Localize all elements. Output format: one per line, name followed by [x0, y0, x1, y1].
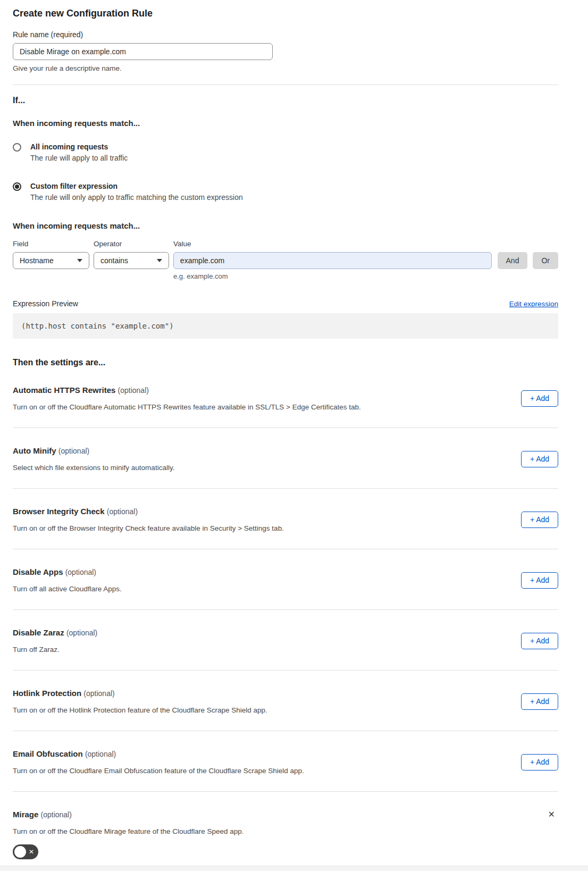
setting-title: Auto Minify (optional)	[13, 446, 174, 456]
section-divider	[13, 85, 558, 85]
setting-row-automatic-https-rewrites: Automatic HTTPS Rewrites (optional) Turn…	[13, 367, 558, 428]
optional-label: (optional)	[83, 689, 114, 698]
optional-label: (optional)	[118, 386, 149, 395]
radio-button-selected[interactable]	[13, 182, 21, 191]
radio-label: Custom filter expression	[30, 182, 243, 191]
expression-preview-label: Expression Preview	[13, 299, 78, 308]
operator-select-value: contains	[100, 256, 128, 265]
mirage-toggle[interactable]: ✕	[13, 844, 38, 859]
setting-row-mirage: Mirage (optional) ✕ Turn on or off the C…	[13, 792, 558, 859]
chevron-down-icon	[157, 259, 162, 262]
setting-row-auto-minify: Auto Minify (optional) Select which file…	[13, 428, 558, 489]
then-settings-heading: Then the settings are...	[13, 358, 558, 367]
rule-name-input[interactable]	[13, 43, 273, 60]
expression-preview-header: Expression Preview Edit expression	[13, 299, 558, 308]
radio-label: All incoming requests	[30, 143, 128, 152]
field-select-value: Hostname	[20, 256, 54, 265]
rule-name-label: Rule name (required)	[13, 30, 558, 39]
expression-preview-code: (http.host contains "example.com")	[13, 313, 558, 339]
edit-expression-link[interactable]: Edit expression	[509, 300, 558, 308]
setting-title: Hotlink Protection (optional)	[13, 688, 267, 699]
add-hotlink-protection-button[interactable]: + Add	[521, 693, 558, 710]
setting-title: Mirage (optional)	[13, 809, 72, 820]
toggle-off-x-icon: ✕	[29, 849, 34, 855]
radio-description: The rule will apply to all traffic	[30, 154, 128, 163]
setting-description: Turn on or off the Cloudflare Email Obfu…	[13, 766, 304, 775]
radio-option-custom-filter-expression: Custom filter expression The rule will o…	[13, 182, 558, 202]
setting-description: Turn on or off the Hotlink Protection fe…	[13, 706, 267, 715]
setting-title: Email Obfuscation (optional)	[13, 749, 304, 759]
setting-title: Automatic HTTPS Rewrites (optional)	[13, 385, 361, 396]
setting-row-browser-integrity-check: Browser Integrity Check (optional) Turn …	[13, 489, 558, 549]
setting-title: Disable Apps (optional)	[13, 567, 122, 577]
optional-label: (optional)	[65, 568, 96, 576]
field-label: Field	[13, 240, 94, 248]
setting-row-disable-apps: Disable Apps (optional) Turn off all act…	[13, 549, 558, 610]
chevron-down-icon	[77, 259, 82, 262]
add-disable-zaraz-button[interactable]: + Add	[521, 633, 558, 649]
add-auto-minify-button[interactable]: + Add	[521, 451, 558, 467]
operator-label: Operator	[94, 240, 173, 248]
radio-option-all-incoming-requests: All incoming requests The rule will appl…	[13, 143, 558, 163]
setting-row-disable-zaraz: Disable Zaraz (optional) Turn off Zaraz.…	[13, 610, 558, 671]
toggle-knob	[14, 846, 26, 858]
setting-description: Turn on or off the Cloudflare Mirage fea…	[13, 827, 558, 836]
close-icon[interactable]: ✕	[546, 809, 557, 820]
add-automatic-https-rewrites-button[interactable]: + Add	[521, 390, 558, 407]
setting-description: Select which file extensions to minify a…	[13, 463, 174, 472]
add-disable-apps-button[interactable]: + Add	[521, 572, 558, 589]
radio-button-unselected[interactable]	[13, 143, 21, 152]
field-select[interactable]: Hostname	[13, 252, 89, 269]
optional-label: (optional)	[41, 810, 72, 819]
operator-select[interactable]: contains	[94, 252, 169, 269]
rule-name-helper: Give your rule a descriptive name.	[13, 64, 558, 72]
setting-row-email-obfuscation: Email Obfuscation (optional) Turn on or …	[13, 731, 558, 792]
page-bottom-edge	[0, 866, 588, 871]
setting-title: Disable Zaraz (optional)	[13, 627, 97, 638]
setting-title: Browser Integrity Check (optional)	[13, 506, 284, 517]
expression-builder-row: Hostname contains And Or	[13, 252, 558, 269]
and-button[interactable]: And	[498, 252, 528, 269]
optional-label: (optional)	[85, 750, 116, 758]
setting-description: Turn off all active Cloudflare Apps.	[13, 584, 122, 593]
or-button[interactable]: Or	[533, 252, 558, 269]
if-heading: If...	[13, 96, 558, 105]
add-browser-integrity-check-button[interactable]: + Add	[521, 512, 558, 528]
add-email-obfuscation-button[interactable]: + Add	[521, 754, 558, 770]
page-title: Create new Configuration Rule	[13, 0, 558, 20]
optional-label: (optional)	[107, 507, 138, 516]
radio-description: The rule will only apply to traffic matc…	[30, 193, 243, 202]
when-match-heading: When incoming requests match...	[13, 119, 558, 128]
value-helper: e.g. example.com	[173, 272, 558, 280]
setting-description: Turn off Zaraz.	[13, 645, 97, 654]
optional-label: (optional)	[66, 629, 97, 637]
value-input[interactable]	[173, 252, 492, 269]
expression-builder-labels: Field Operator Value	[13, 240, 558, 248]
value-label: Value	[173, 240, 558, 248]
setting-description: Turn on or off the Cloudflare Automatic …	[13, 403, 361, 412]
setting-row-hotlink-protection: Hotlink Protection (optional) Turn on or…	[13, 671, 558, 731]
optional-label: (optional)	[58, 447, 89, 455]
setting-description: Turn on or off the Browser Integrity Che…	[13, 524, 284, 533]
create-configuration-rule-form: Create new Configuration Rule Rule name …	[0, 0, 588, 859]
expression-builder-heading: When incoming requests match...	[13, 221, 558, 230]
